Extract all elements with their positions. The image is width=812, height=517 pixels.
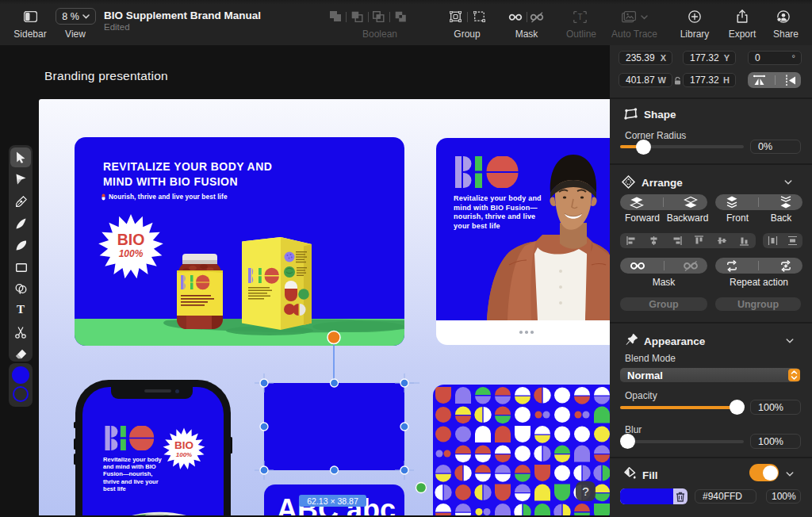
svg-text:100%: 100%: [176, 451, 192, 458]
svg-text:BIO: BIO: [117, 231, 145, 248]
svg-text:BIO: BIO: [174, 439, 193, 451]
svg-text:T: T: [577, 13, 582, 21]
svg-text:100%: 100%: [119, 248, 144, 259]
